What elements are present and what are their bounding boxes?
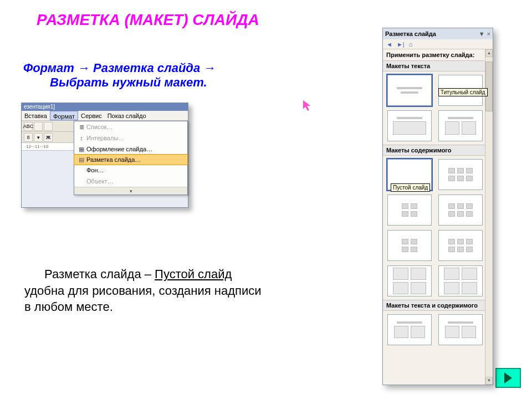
arrow-icon: →	[78, 61, 90, 75]
next-slide-button[interactable]	[495, 368, 521, 388]
section-text-content-layouts: Макеты текста и содержимого	[383, 300, 493, 311]
toolbar-icon[interactable]	[34, 122, 43, 131]
menu-item-label: Список…	[86, 124, 113, 130]
layout-content-2[interactable]	[387, 195, 432, 226]
dropdown-icon[interactable]: ▾	[34, 133, 43, 142]
gallery-content-layouts: Пустой слайд	[383, 156, 493, 300]
format-menu-screenshot: езентация1] Вставка Формат Сервис Показ …	[21, 103, 188, 208]
body-paragraph: Разметка слайда – Пустой слайд удобна дл…	[24, 266, 268, 315]
tooltip-empty-slide: Пустой слайд	[391, 183, 430, 192]
menu-expand[interactable]: ▾	[74, 187, 187, 195]
layout-tc-2[interactable]	[438, 314, 483, 345]
menu-path-layout: Разметка слайда	[93, 61, 200, 75]
section-content-layouts: Макеты содержимого	[383, 145, 493, 156]
nav-forward-icon[interactable]: ►|	[397, 41, 405, 48]
menu-item-label: Разметка слайда…	[86, 156, 141, 163]
gallery-text-layouts: Титульный слайд	[383, 71, 493, 145]
toolbar-icon[interactable]	[44, 122, 53, 131]
taskpane-titlebar: Разметка слайда ▼ ×	[383, 28, 493, 39]
layout-content-3[interactable]	[438, 195, 483, 226]
close-icon[interactable]: ×	[487, 30, 490, 37]
menu-path-format: Формат	[23, 61, 74, 75]
body-prefix: Разметка слайда –	[44, 267, 155, 281]
menu-item-label: Объект…	[86, 178, 113, 185]
apply-layout-label: Применить разметку слайда:	[383, 49, 493, 60]
bold-button[interactable]: Ж	[44, 133, 53, 142]
body-rest: удобна для рисования, создания надписи в…	[24, 284, 262, 314]
menu-path: Формат → Разметка слайда → Выбрать нужны…	[23, 61, 262, 90]
nav-back-icon[interactable]: ◄	[386, 41, 392, 48]
chevron-down-icon[interactable]: ▼	[479, 30, 485, 37]
menu-path-choose: Выбрать нужный макет.	[23, 75, 262, 90]
layout-content-5[interactable]	[438, 230, 483, 261]
spacing-icon: ↕	[76, 135, 86, 141]
taskpane-title: Разметка слайда	[385, 30, 436, 37]
menu-item-label: Фон…	[86, 167, 104, 173]
menu-item-intervals[interactable]: ↕ Интервалы…	[74, 132, 187, 144]
page-title: РАЗМЕТКА (МАКЕТ) СЛАЙДА	[37, 11, 259, 29]
layout-content-6[interactable]	[387, 265, 432, 296]
font-size-box[interactable]: 8	[24, 133, 33, 142]
menu-format[interactable]: Формат	[50, 111, 78, 120]
tooltip-title-slide: Титульный слайд	[438, 88, 488, 96]
taskpane-nav: ◄ ►| ⌂	[383, 39, 493, 49]
toolbar-icon[interactable]: ABC	[24, 122, 33, 131]
scroll-up-icon[interactable]: ▲	[485, 49, 493, 57]
menu-slideshow[interactable]: Показ слайдо	[105, 111, 149, 120]
play-icon	[504, 372, 512, 383]
taskpane-scrollbar[interactable]: ▲ ▼	[485, 49, 493, 385]
slide-layout-taskpane: Разметка слайда ▼ × ◄ ►| ⌂ Применить раз…	[382, 28, 493, 385]
menu-item-slide-layout[interactable]: ▤ Разметка слайда…	[74, 154, 188, 165]
scroll-down-icon[interactable]: ▼	[485, 377, 493, 385]
menubar: Вставка Формат Сервис Показ слайдо	[22, 111, 188, 121]
window-titlebar: езентация1]	[22, 103, 188, 111]
scroll-thumb[interactable]	[485, 62, 493, 111]
gallery-text-content-layouts	[383, 311, 493, 349]
nav-home-icon[interactable]: ⌂	[409, 41, 413, 48]
format-dropdown: ≣ Список… ↕ Интервалы… ▦ Оформление слай…	[74, 121, 188, 195]
layout-title-text[interactable]	[387, 110, 432, 141]
menu-item-label: Интервалы…	[86, 135, 124, 141]
layout-two-text[interactable]	[438, 110, 483, 141]
design-icon: ▦	[76, 146, 86, 153]
menu-item-design[interactable]: ▦ Оформление слайда…	[74, 144, 187, 155]
body-underlined: Пустой слайд	[155, 267, 232, 281]
arrow-icon: →	[203, 61, 216, 75]
menu-service[interactable]: Сервис	[78, 111, 105, 120]
layout-content[interactable]	[438, 159, 483, 190]
cursor-icon	[303, 100, 313, 112]
menu-insert[interactable]: Вставка	[22, 111, 50, 120]
layout-tc-1[interactable]	[387, 314, 432, 345]
menu-item-object[interactable]: Объект…	[74, 176, 187, 187]
layout-title-slide[interactable]	[387, 75, 432, 106]
menu-item-background[interactable]: Фон…	[74, 165, 187, 176]
list-icon: ≣	[76, 124, 86, 131]
layout-content-7[interactable]	[438, 265, 483, 296]
menu-item-label: Оформление слайда…	[86, 146, 152, 152]
menu-item-list[interactable]: ≣ Список…	[74, 121, 187, 132]
layout-icon: ▤	[76, 156, 86, 163]
layout-content-4[interactable]	[387, 230, 432, 261]
section-text-layouts: Макеты текста	[383, 60, 493, 71]
